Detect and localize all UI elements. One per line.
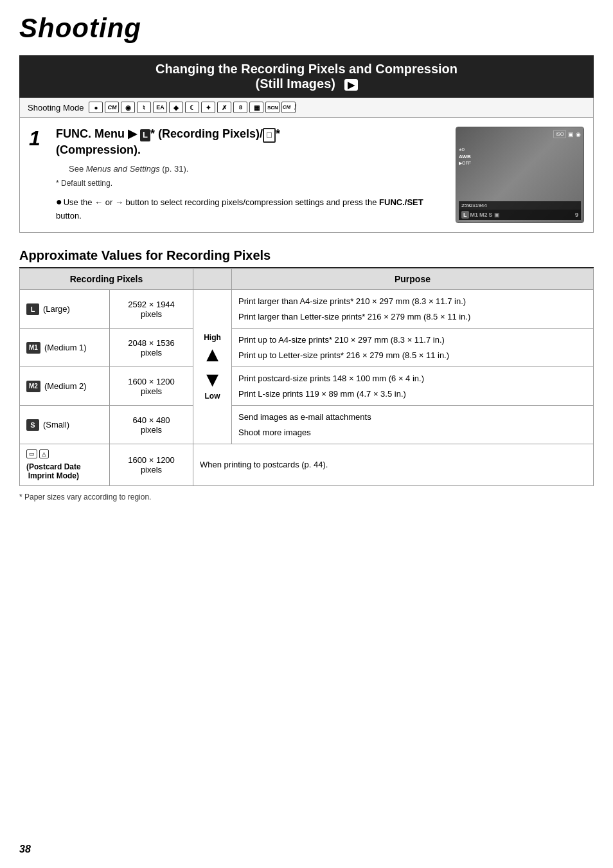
mode-large-cell: L (Large) bbox=[20, 290, 110, 329]
postcard-label: (Postcard DateImprint Mode) bbox=[26, 462, 81, 480]
purpose-m2-1: Print postcard-size prints 148 × 100 mm … bbox=[238, 372, 587, 385]
down-arrow-icon: ▼ bbox=[202, 367, 223, 392]
arrow-cell: High ▲ ▼ Low bbox=[193, 290, 232, 444]
camera-screen: ISO ▣ ◉ ±0 AWB ▶OFF 2592x1944 L M1 M2 bbox=[456, 127, 583, 222]
purpose-m2-cell: Print postcard-size prints 148 × 100 mm … bbox=[232, 367, 594, 406]
up-arrow-icon: ▲ bbox=[202, 342, 223, 366]
shooting-mode-label: Shooting Mode bbox=[28, 103, 84, 113]
shooting-mode-bar: Shooting Mode ● CM ◉ ♮ EA ◆ ☾ ✦ ✗ 8 ▦ SC… bbox=[19, 98, 594, 118]
step-instruction: FUNC. Menu ▶ L* (Recording Pixels)/□* (C… bbox=[56, 127, 448, 158]
mode-cm2-icon: CM⎹ bbox=[281, 102, 296, 113]
mode-postcard-cell: ▭ ◬ (Postcard DateImprint Mode) bbox=[20, 444, 110, 486]
purpose-postcard-cell: When printing to postcards (p. 44). bbox=[193, 444, 594, 486]
postcard-icon1: ▭ bbox=[26, 449, 37, 458]
step-note-default: * Default setting. bbox=[56, 179, 448, 188]
purpose-m2-2: Print L-size prints 119 × 89 mm (4.7 × 3… bbox=[238, 388, 587, 401]
camera-top-icons: ISO ▣ ◉ bbox=[553, 130, 581, 138]
section-header-line2: (Still Images) ▶ bbox=[30, 77, 583, 91]
compression-badge: □ bbox=[263, 128, 276, 143]
pixels-postcard-cell: 1600 × 1200pixels bbox=[110, 444, 193, 486]
th-arrow bbox=[193, 269, 232, 290]
mode-m1-cell: M1 (Medium 1) bbox=[20, 329, 110, 367]
pixels-postcard: 1600 × 1200pixels bbox=[128, 455, 175, 475]
pixels-m2-cell: 1600 × 1200pixels bbox=[110, 367, 193, 406]
mode-m2-cell: M2 (Medium 2) bbox=[20, 367, 110, 406]
step-content: FUNC. Menu ▶ L* (Recording Pixels)/□* (C… bbox=[56, 127, 448, 223]
th-purpose: Purpose bbox=[232, 269, 594, 290]
th-recording-pixels: Recording Pixels bbox=[20, 269, 193, 290]
mode-sport-icon: ◆ bbox=[169, 102, 183, 113]
purpose-large-2: Print larger than Letter-size prints* 21… bbox=[238, 311, 587, 323]
postcard-icons: ▭ ◬ bbox=[26, 449, 49, 458]
purpose-s-2: Shoot more images bbox=[238, 426, 587, 439]
mode-icons: ● CM ◉ ♮ EA ◆ ☾ ✦ ✗ 8 ▦ SCN CM⎹ bbox=[89, 102, 296, 113]
recording-table: Recording Pixels Purpose L (Large) 2592 bbox=[19, 268, 594, 486]
mode-scene-icon: SCN bbox=[265, 102, 280, 113]
mode-grid-icon: ▦ bbox=[249, 102, 263, 113]
mode-x-icon: ✗ bbox=[217, 102, 231, 113]
mode-night-icon: ☾ bbox=[185, 102, 199, 113]
table-row: ▭ ◬ (Postcard DateImprint Mode) 1600 × 1… bbox=[20, 444, 594, 486]
mode-landscape-icon: EA bbox=[153, 102, 167, 113]
purpose-m1-2: Print up to Letter-size prints* 216 × 27… bbox=[238, 349, 587, 362]
pixels-large: 2592 × 1944pixels bbox=[128, 300, 175, 319]
purpose-large-cell: Print larger than A4-size prints* 210 × … bbox=[232, 290, 594, 329]
large-badge: L bbox=[26, 303, 39, 315]
mode-fireworks-icon: ✦ bbox=[201, 102, 215, 113]
table-header-row: Recording Pixels Purpose bbox=[20, 269, 594, 290]
s-badge: S bbox=[26, 419, 39, 431]
mode-cm-icon: CM bbox=[105, 102, 119, 113]
section-header: Changing the Recording Pixels and Compre… bbox=[19, 55, 594, 98]
low-label: Low bbox=[205, 392, 220, 401]
page: Shooting Changing the Recording Pixels a… bbox=[0, 0, 613, 868]
high-label: High bbox=[204, 333, 221, 342]
step-bullet: ●Use the ← or → button to select recordi… bbox=[56, 194, 448, 222]
step-number: 1 bbox=[29, 127, 48, 223]
pixels-large-cell: 2592 × 1944pixels bbox=[110, 290, 193, 329]
subsection: Approximate Values for Recording Pixels … bbox=[19, 248, 594, 502]
pixels-m1-cell: 2048 × 1536pixels bbox=[110, 329, 193, 367]
camera-screen-bottom: 2592x1944 bbox=[459, 201, 581, 210]
pixels-s: 640 × 480pixels bbox=[132, 415, 170, 435]
pixels-m2: 1600 × 1200pixels bbox=[128, 377, 175, 396]
table-row: L (Large) 2592 × 1944pixels High ▲ ▼ Low bbox=[20, 290, 594, 329]
m1-badge: M1 bbox=[26, 342, 40, 354]
m2-badge: M2 bbox=[26, 381, 40, 392]
still-images-icon: ▶ bbox=[344, 79, 358, 91]
purpose-s-1: Send images as e-mail attachments bbox=[238, 411, 587, 424]
purpose-s-cell: Send images as e-mail attachments Shoot … bbox=[232, 406, 594, 444]
mode-s-cell: S (Small) bbox=[20, 406, 110, 444]
table-row: M1 (Medium 1) 2048 × 1536pixels Print up… bbox=[20, 329, 594, 367]
l-badge: L bbox=[140, 129, 150, 141]
m1-label: (Medium 1) bbox=[44, 343, 87, 352]
s-label: (Small) bbox=[43, 420, 69, 429]
mode-clock-icon: ◉ bbox=[121, 102, 135, 113]
pixels-s-cell: 640 × 480pixels bbox=[110, 406, 193, 444]
table-row: S (Small) 640 × 480pixels Send images as… bbox=[20, 406, 594, 444]
page-title: Shooting bbox=[19, 13, 594, 44]
camera-screen-image: ISO ▣ ◉ ±0 AWB ▶OFF 2592x1944 L M1 M2 bbox=[456, 127, 584, 223]
pixels-m1: 2048 × 1536pixels bbox=[128, 338, 175, 357]
camera-left-settings: ±0 AWB ▶OFF bbox=[459, 147, 471, 166]
m2-label: (Medium 2) bbox=[44, 381, 87, 391]
camera-mode-bar: L M1 M2 S ▣ 9 bbox=[459, 210, 581, 220]
purpose-postcard-1: When printing to postcards (p. 44). bbox=[200, 458, 587, 471]
table-row: M2 (Medium 2) 1600 × 1200pixels Print po… bbox=[20, 367, 594, 406]
postcard-icon2: ◬ bbox=[39, 449, 49, 458]
footnote: * Paper sizes vary according to region. bbox=[19, 493, 594, 502]
purpose-m1-1: Print up to A4-size prints* 210 × 297 mm… bbox=[238, 334, 587, 347]
step1-section: 1 FUNC. Menu ▶ L* (Recording Pixels)/□* … bbox=[19, 118, 594, 233]
page-number: 38 bbox=[19, 844, 31, 855]
mode-8-icon: 8 bbox=[233, 102, 247, 113]
subsection-header: Approximate Values for Recording Pixels bbox=[19, 248, 594, 268]
step-note-see: See Menus and Settings (p. 31). bbox=[69, 164, 448, 174]
purpose-m1-cell: Print up to A4-size prints* 210 × 297 mm… bbox=[232, 329, 594, 367]
mode-person-icon: ♮ bbox=[137, 102, 151, 113]
func-menu-text: FUNC. Menu ▶ bbox=[56, 127, 140, 140]
section-header-line1: Changing the Recording Pixels and Compre… bbox=[30, 62, 583, 77]
purpose-large-1: Print larger than A4-size prints* 210 × … bbox=[238, 295, 587, 308]
mode-auto-icon: ● bbox=[89, 102, 103, 113]
large-label: (Large) bbox=[43, 304, 70, 314]
